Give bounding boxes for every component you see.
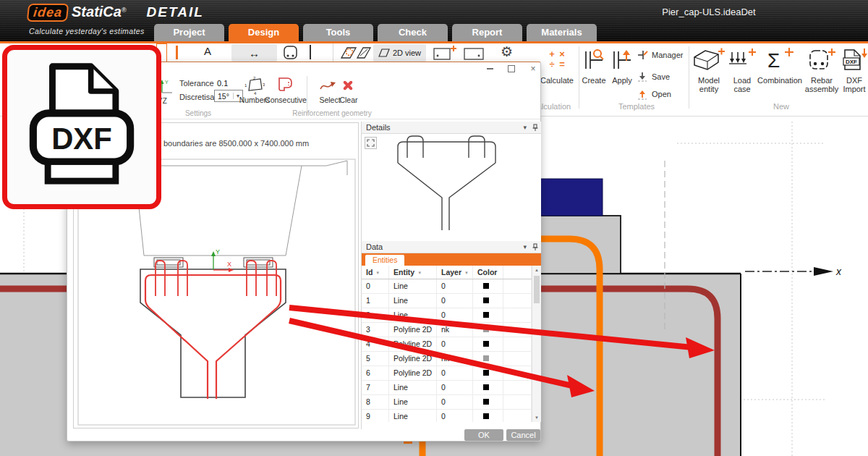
app-window: ideaStatiCa®DETAIL Calculate yesterday's…	[0, 0, 868, 456]
origin-axes: Y X	[211, 248, 234, 272]
data-panel-title: Data	[366, 242, 383, 251]
pin-icon[interactable]	[532, 124, 538, 132]
details-panel-title: Details	[366, 123, 391, 132]
collapse-icon[interactable]: ▾	[523, 241, 527, 253]
color-swatch	[473, 352, 503, 366]
dxf-file-icon: DXF	[27, 61, 137, 194]
table-row[interactable]: 9Line0	[362, 410, 532, 422]
maximize-button[interactable]	[503, 64, 520, 74]
clear-icon[interactable]	[341, 79, 354, 92]
table-row[interactable]: 1Line0	[362, 294, 532, 308]
tolerance-label: Tolerance	[179, 79, 214, 88]
svg-text:Y: Y	[165, 80, 169, 85]
toolbar-separator	[307, 76, 307, 114]
entities-table: Id▼ Entity▼ Layer▼ Color 0Line01Line02Li…	[362, 266, 532, 422]
color-swatch	[473, 308, 503, 322]
column-header-entity[interactable]: Entity▼	[389, 266, 437, 279]
x-axis-label: X	[227, 261, 231, 268]
color-swatch	[473, 323, 503, 337]
table-row[interactable]: 0Line0	[362, 279, 532, 294]
group-label-reinforcement: Reinforcement geometry	[289, 109, 375, 117]
collapse-icon[interactable]: ▾	[523, 122, 527, 134]
group-label-settings: Settings	[169, 109, 227, 117]
column-header-id[interactable]: Id▼	[362, 266, 389, 279]
table-row[interactable]: 8Line0	[362, 395, 532, 410]
minimize-button[interactable]	[481, 64, 498, 74]
dxf-highlight-callout: DXF	[2, 45, 161, 209]
table-row[interactable]: 6Polyline 2D0	[362, 366, 532, 381]
table-row[interactable]: 4Polyline 2D0	[362, 337, 532, 352]
discretisation-value: 15°	[215, 92, 233, 101]
ok-button[interactable]: OK	[464, 429, 503, 441]
svg-text:1: 1	[244, 83, 247, 88]
numbers-icon[interactable]: 12 34	[244, 76, 265, 95]
dialog-right-panels: Details ▾	[361, 122, 541, 429]
structure-outline	[135, 161, 347, 256]
color-swatch	[473, 410, 503, 422]
color-swatch	[473, 395, 503, 409]
x-axis-label: x	[835, 266, 842, 277]
consecutive-button[interactable]: Consecutive	[258, 96, 314, 104]
y-axis-label: Y	[216, 248, 220, 256]
reinforcement-outline	[145, 261, 281, 399]
color-swatch	[473, 381, 503, 394]
svg-text:4: 4	[254, 91, 257, 95]
pier-cap-outline	[140, 269, 286, 397]
svg-text:3: 3	[263, 83, 265, 87]
color-swatch	[473, 366, 503, 380]
column-header-layer[interactable]: Layer▼	[437, 266, 473, 279]
color-swatch	[473, 337, 503, 351]
color-swatch	[473, 279, 503, 293]
x-axis-arrowhead	[814, 267, 833, 276]
entities-table-header: Id▼ Entity▼ Layer▼ Color	[362, 266, 532, 279]
data-panel-tabs: Entities	[362, 253, 541, 266]
table-row[interactable]: 3Polyline 2Dnk	[362, 323, 532, 337]
tolerance-value[interactable]: 0.1	[217, 79, 228, 88]
filter-icon: ▼	[375, 271, 380, 275]
table-scrollbar[interactable]: ▲ ▼	[532, 266, 541, 422]
details-preview	[362, 134, 541, 241]
clear-button[interactable]: Clear	[334, 96, 363, 104]
scrollbar-thumb[interactable]	[534, 276, 540, 303]
scroll-up-icon[interactable]: ▲	[532, 266, 541, 274]
reinforcement-preview-drawing	[362, 134, 541, 241]
color-swatch	[473, 294, 503, 308]
table-row[interactable]: 5Polyline 2Dnk	[362, 352, 532, 366]
filter-icon: ▼	[464, 271, 469, 275]
filter-icon: ▼	[417, 271, 422, 275]
table-row[interactable]: 7Line0	[362, 381, 532, 395]
consecutive-icon[interactable]	[277, 76, 294, 93]
scroll-down-icon[interactable]: ▼	[532, 413, 541, 422]
dxf-icon-label: DXF	[51, 121, 112, 155]
details-panel-header: Details ▾	[362, 122, 541, 134]
column-header-color[interactable]: Color	[473, 266, 503, 279]
cancel-button[interactable]: Cancel	[506, 429, 540, 441]
column-header-blank	[503, 266, 532, 279]
entities-table-body: 0Line01Line02Line03Polyline 2Dnk4Polylin…	[362, 279, 532, 422]
close-button[interactable]: ×	[524, 64, 542, 74]
pin-icon[interactable]	[532, 243, 538, 251]
select-icon[interactable]	[319, 80, 339, 93]
table-row[interactable]: 2Line0	[362, 308, 532, 323]
data-panel-header: Data ▾	[362, 241, 541, 253]
tab-entities[interactable]: Entities	[365, 255, 404, 266]
